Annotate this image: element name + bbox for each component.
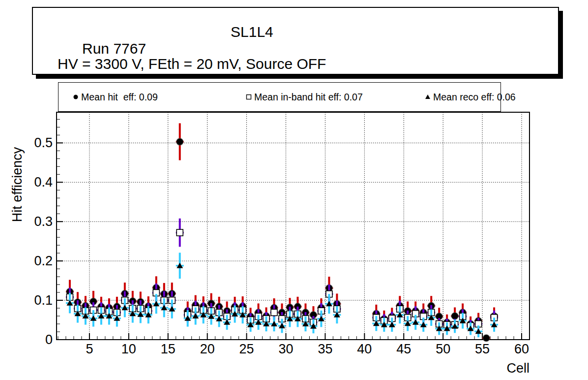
x-tick-labels: 51015202530354045505560	[86, 342, 529, 356]
svg-text:50: 50	[436, 342, 450, 356]
series-filled-triangle	[66, 253, 498, 337]
svg-text:0.5: 0.5	[34, 135, 53, 150]
svg-text:45: 45	[396, 342, 411, 356]
svg-text:55: 55	[475, 342, 490, 356]
svg-text:60: 60	[514, 342, 529, 356]
legend-entry-label: Mean reco eff: 0.06	[433, 92, 516, 103]
svg-text:0.2: 0.2	[34, 253, 53, 268]
filled-circle-icon	[70, 92, 81, 102]
filled-triangle-icon	[422, 92, 433, 102]
svg-text:20: 20	[200, 342, 215, 356]
title-line-2: HV = 3300 V, FEth = 20 mV, Source OFF	[58, 56, 326, 72]
legend-entry-label: Mean hit eff: 0.09	[81, 92, 158, 103]
svg-text:0.1: 0.1	[34, 293, 53, 308]
layer-label: SL1L4	[231, 24, 273, 40]
root-canvas: 5101520253035404550556000.10.20.30.40.5C…	[0, 0, 588, 380]
legend-entry: Mean in-band hit eff: 0.07	[243, 83, 363, 111]
svg-text:35: 35	[318, 342, 332, 356]
legend: Mean hit eff: 0.09Mean in-band hit eff: …	[58, 82, 501, 112]
y-axis-title: Hit efficiency	[10, 147, 25, 222]
title-box: Run 7767 SL1L4 HV = 3300 V, FEth = 20 mV…	[32, 7, 559, 75]
svg-text:10: 10	[121, 342, 136, 356]
svg-text:0: 0	[45, 332, 53, 347]
svg-text:0.3: 0.3	[34, 214, 53, 229]
run-number-label: Run 7767	[82, 40, 146, 57]
legend-entry: Mean hit eff: 0.09	[70, 83, 158, 111]
legend-entry: Mean reco eff: 0.06	[422, 83, 516, 111]
open-square-icon	[243, 92, 254, 102]
svg-text:25: 25	[239, 342, 254, 356]
y-tick-labels: 00.10.20.30.40.5	[34, 135, 53, 347]
legend-entry-label: Mean in-band hit eff: 0.07	[254, 92, 363, 103]
svg-text:40: 40	[357, 342, 372, 356]
svg-text:0.4: 0.4	[34, 175, 53, 190]
svg-text:5: 5	[86, 342, 93, 356]
svg-text:30: 30	[278, 342, 293, 356]
svg-text:15: 15	[161, 342, 176, 356]
x-axis-title: Cell	[506, 361, 529, 376]
